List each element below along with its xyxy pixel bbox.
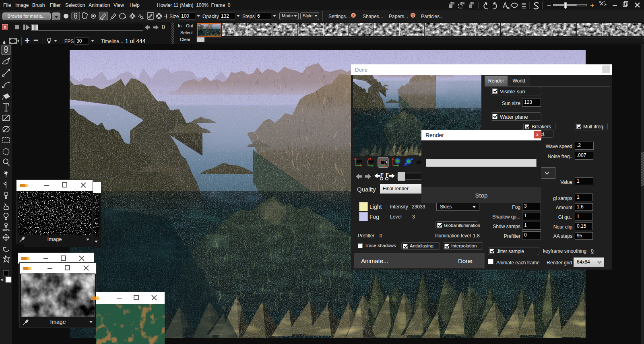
svg-text:F: F — [380, 172, 384, 178]
svg-text:F: F — [386, 172, 389, 178]
svg-text:100%: 100% — [2, 229, 10, 231]
